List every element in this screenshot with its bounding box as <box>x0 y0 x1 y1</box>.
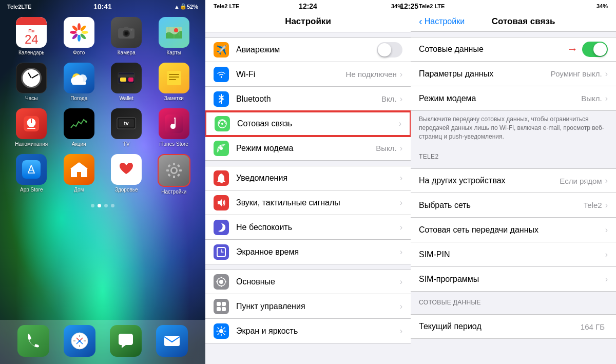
status-bar-cellular: Tele2 LTE 12:25 34% <box>411 0 616 11</box>
settings-row-airplane[interactable]: ✈️ Авиарежим <box>205 37 411 62</box>
svg-rect-57 <box>164 336 180 346</box>
row-label-bluetooth: Bluetooth <box>236 94 381 104</box>
app-reminders[interactable]: Напоминания <box>10 108 53 147</box>
app-camera[interactable]: Камера <box>105 17 148 55</box>
dock-mail[interactable] <box>156 325 188 357</box>
app-tv[interactable]: tv TV <box>105 108 148 147</box>
app-itunes[interactable]: iTunes Store <box>153 108 196 147</box>
app-clock[interactable]: Часы <box>10 63 53 101</box>
settings-group-general: Основные › Пункт управления › <box>205 270 411 343</box>
settings-row-sim-pin[interactable]: SIM-PIN › <box>411 242 616 267</box>
dot-3 <box>104 204 108 207</box>
settings-row-display[interactable]: Экран и яркость › <box>205 319 411 343</box>
svg-rect-50 <box>167 164 170 167</box>
app-grid: Пн 24 Календарь <box>0 12 205 200</box>
row-label-data-network: Сотовая сеть передачи данных <box>419 225 605 235</box>
app-health[interactable]: Здоровье <box>105 154 148 195</box>
chevron-display: › <box>400 327 402 336</box>
app-appstore[interactable]: A App Store <box>10 154 53 195</box>
settings-row-bluetooth[interactable]: Bluetooth Вкл. › <box>205 87 411 111</box>
controlcenter-icon <box>214 299 229 314</box>
svg-point-7 <box>70 31 77 34</box>
settings-row-sim-apps[interactable]: SIM-программы › <box>411 267 616 292</box>
toggle-airplane[interactable] <box>377 42 402 58</box>
appstore-icon: A <box>16 154 47 185</box>
settings-row-data-network[interactable]: Сотовая сеть передачи данных › <box>411 218 616 242</box>
app-photos[interactable]: Фото <box>58 17 101 55</box>
app-label-clock: Часы <box>25 95 37 101</box>
time-settings: 12:24 <box>299 2 317 10</box>
notifications-icon <box>214 170 229 186</box>
chevron-wifi: › <box>400 70 402 79</box>
settings-nav-title: Настройки <box>205 11 411 32</box>
cellular-data-section-header: СОТОВЫЕ ДАННЫЕ <box>411 292 616 309</box>
app-notes[interactable]: Заметки <box>153 63 196 101</box>
settings-row-dnd[interactable]: Не беспокоить › <box>205 215 411 240</box>
settings-row-sounds[interactable]: Звуки, тактильные сигналы › <box>205 190 411 215</box>
back-button[interactable]: ‹ Настройки <box>419 15 465 27</box>
svg-point-9 <box>76 30 82 35</box>
cellular-note: Выключите передачу сотовых данных, чтобы… <box>411 111 616 146</box>
settings-row-notifications[interactable]: Уведомления › <box>205 166 411 190</box>
health-icon <box>111 154 142 185</box>
sounds-icon <box>214 195 229 210</box>
network-home: LTE <box>21 4 31 10</box>
svg-text:tv: tv <box>124 121 129 126</box>
home-app-icon <box>64 154 94 185</box>
dock-phone[interactable] <box>17 325 49 357</box>
settings-row-other-devices[interactable]: На других устройствах Если рядом › <box>411 168 616 193</box>
app-settings[interactable]: Настройки <box>153 154 196 195</box>
settings-row-choose-network[interactable]: Выбрать сеть Tele2 › <box>411 193 616 218</box>
settings-row-cellular-data[interactable]: Сотовые данные → <box>411 37 616 62</box>
app-label-home: Дом <box>74 187 84 193</box>
chevron-data-network: › <box>605 225 608 235</box>
settings-row-cellular-hotspot[interactable]: Режим модема Выкл. › <box>411 86 616 111</box>
dock-safari[interactable] <box>64 325 95 357</box>
app-stocks[interactable]: Акции <box>58 108 101 147</box>
airplane-icon: ✈️ <box>214 42 229 58</box>
row-label-data-options: Параметры данных <box>419 69 551 79</box>
settings-row-data-options[interactable]: Параметры данных Роуминг выкл. › <box>411 62 616 86</box>
svg-rect-27 <box>169 74 179 75</box>
tele2-section-header: TELE2 <box>411 146 616 163</box>
settings-panel: Tele2 LTE 12:24 34% Настройки ✈️ Авиареж… <box>205 0 411 364</box>
wifi-icon <box>214 67 229 82</box>
app-label-photos: Фото <box>73 50 85 55</box>
settings-row-current-period[interactable]: Текущий период 164 ГБ <box>411 314 616 339</box>
settings-row-controlcenter[interactable]: Пункт управления › <box>205 294 411 319</box>
app-maps[interactable]: Карты <box>153 17 196 55</box>
dot-1 <box>91 204 94 207</box>
chevron-bluetooth: › <box>400 94 402 104</box>
row-label-cellular-hotspot: Режим модема <box>419 94 581 103</box>
cellular-hotspot-value: Выкл. <box>581 94 602 103</box>
cellular-group-data: Текущий период 164 ГБ <box>411 314 616 339</box>
app-home[interactable]: Дом <box>58 154 101 195</box>
svg-rect-21 <box>72 82 86 85</box>
data-options-value: Роуминг выкл. <box>551 69 602 78</box>
app-weather[interactable]: Погода <box>58 63 101 101</box>
settings-row-cellular[interactable]: Сотовая связь › <box>205 111 411 136</box>
dock <box>0 320 205 364</box>
dot-4 <box>111 204 114 207</box>
svg-point-5 <box>78 34 81 42</box>
settings-row-wifi[interactable]: Wi-Fi Не подключен › <box>205 62 411 87</box>
app-label-weather: Погода <box>70 95 87 101</box>
cellular-group-main: Сотовые данные → Параметры данных Роумин… <box>411 37 616 111</box>
settings-row-hotspot[interactable]: Режим модема Выкл. › <box>205 136 411 161</box>
settings-row-general[interactable]: Основные › <box>205 270 411 294</box>
app-label-reminders: Напоминания <box>15 141 48 147</box>
dock-messages[interactable] <box>110 325 142 357</box>
svg-point-1 <box>78 23 81 30</box>
settings-row-screentime[interactable]: Экранное время › <box>205 240 411 264</box>
toggle-cellular-data[interactable] <box>582 42 608 57</box>
svg-point-59 <box>221 123 223 125</box>
app-calendar[interactable]: Пн 24 Календарь <box>10 17 53 55</box>
chevron-dnd: › <box>400 223 402 232</box>
chevron-other-devices: › <box>605 176 608 185</box>
signal-home: ▲ <box>174 4 180 10</box>
svg-rect-28 <box>169 76 179 78</box>
status-bar-home: Tele2 LTE 10:41 ▲ 🔒 52% <box>0 0 205 12</box>
app-wallet[interactable]: Wallet <box>105 63 148 101</box>
current-period-value: 164 ГБ <box>581 322 605 331</box>
cellular-list: Сотовые данные → Параметры данных Роумин… <box>411 32 616 364</box>
